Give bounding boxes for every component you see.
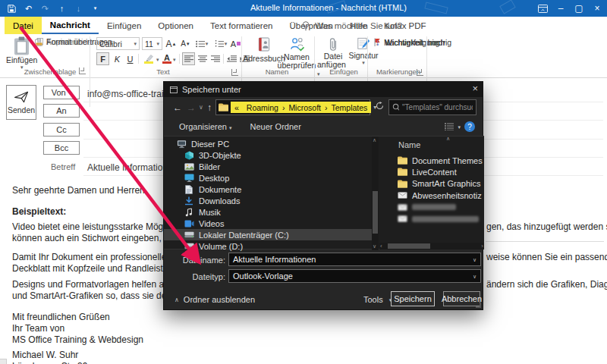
resize-grip[interactable]: [476, 303, 481, 308]
view-options-caret-icon[interactable]: ▾: [458, 124, 461, 130]
file-item-redacted[interactable]: [398, 213, 479, 224]
tab-text-formatieren[interactable]: Text formatieren: [202, 17, 281, 34]
tree-item-lokaler-datentr-ger-c[interactable]: Lokaler Datenträger (C:): [164, 229, 372, 240]
decrease-indent-icon[interactable]: [225, 52, 238, 65]
organize-button[interactable]: Organisieren ▾: [179, 122, 232, 131]
file-type-dropdown-icon[interactable]: ∨: [473, 274, 476, 279]
address-bar[interactable]: «›Roaming›Microsoft›Templates ▾: [215, 99, 370, 115]
tree-item-3d-objekte[interactable]: 3D-Objekte: [164, 149, 372, 161]
recent-locations-icon[interactable]: ∨: [199, 101, 203, 115]
align-left-icon[interactable]: [182, 52, 195, 65]
back-icon[interactable]: ←: [173, 101, 182, 115]
italic-button[interactable]: K: [111, 52, 124, 65]
tools-button[interactable]: Tools▾: [363, 295, 392, 304]
file-name-input[interactable]: Aktuelle Informationen ∨: [228, 253, 481, 266]
bold-button[interactable]: F: [96, 52, 109, 65]
text-dialog-launcher-icon[interactable]: [231, 69, 238, 76]
dialog-titlebar[interactable]: Speichern unter ×: [164, 82, 483, 97]
importance-low-button[interactable]: ↓Wichtigkeit: niedrig: [373, 37, 451, 48]
tree-item-musik[interactable]: Musik: [164, 206, 372, 218]
align-center-icon[interactable]: [196, 52, 209, 65]
file-type-select[interactable]: Outlook-Vorlage ∨: [228, 269, 481, 283]
move-up-icon[interactable]: ↑: [57, 4, 67, 14]
hide-folders-button[interactable]: ∧ Ordner ausblenden: [175, 295, 255, 304]
save-dialog-button[interactable]: Speichern: [391, 291, 435, 306]
scroll-up-icon[interactable]: ∧: [373, 137, 376, 143]
from-button[interactable]: Von▾: [43, 86, 80, 99]
tree-item-videos[interactable]: Videos: [164, 218, 372, 229]
breadcrumb-segment-templates[interactable]: Templates: [331, 103, 367, 112]
send-button[interactable]: Senden: [6, 85, 36, 120]
breadcrumb-segment-microsoft[interactable]: Microsoft: [288, 103, 321, 112]
numbered-list-icon[interactable]: ▾: [212, 37, 229, 50]
tree-item-desktop[interactable]: Desktop: [164, 172, 372, 184]
tags-dialog-launcher-icon[interactable]: [417, 69, 423, 76]
clipboard-dialog-launcher-icon[interactable]: [79, 67, 86, 74]
file-item-smartart-graphics[interactable]: SmartArt Graphics: [398, 178, 480, 190]
up-icon[interactable]: ↑: [207, 101, 212, 115]
undo-icon[interactable]: ↶: [24, 4, 33, 14]
redo-icon[interactable]: ↷: [40, 4, 50, 14]
forward-icon[interactable]: →: [187, 101, 196, 115]
font-color-caret-icon[interactable]: ▾: [173, 57, 176, 62]
file-item-document-themes[interactable]: Document Themes: [398, 155, 483, 166]
move-down-icon[interactable]: ↓: [74, 4, 83, 14]
scrollbar-thumb[interactable]: [373, 191, 378, 234]
scroll-down-icon[interactable]: ∨: [373, 243, 376, 249]
tree-item-downloads[interactable]: Downloads: [164, 195, 372, 206]
text-highlight-icon[interactable]: [141, 52, 156, 65]
tab-optionen[interactable]: Optionen: [149, 17, 202, 34]
ribbon-display-options-icon[interactable]: [533, 0, 552, 17]
file-item-redacted[interactable]: [398, 202, 456, 213]
tab-einf-gen[interactable]: Einfügen: [99, 17, 149, 34]
align-right-icon[interactable]: [209, 52, 222, 65]
file-item-abwesenheitsnotiz[interactable]: Abwesenheitsnotiz: [398, 190, 482, 201]
breadcrumb-segment-roaming[interactable]: Roaming: [247, 103, 278, 112]
scrollbar-thumb[interactable]: [388, 243, 430, 249]
tree-item-volume-d[interactable]: Volume (D:): [164, 240, 372, 252]
close-button[interactable]: ×: [587, 0, 607, 17]
bullet-list-icon[interactable]: ▾: [193, 37, 210, 50]
bcc-button[interactable]: Bcc: [43, 141, 80, 155]
tree-item-dokumente[interactable]: Dokumente: [164, 184, 372, 195]
file-item-livecontent[interactable]: LiveContent: [398, 166, 457, 177]
cc-button[interactable]: Cc: [43, 123, 80, 136]
scroll-right-icon[interactable]: ›: [481, 243, 483, 249]
sort-ascending-icon[interactable]: ∧: [446, 136, 450, 142]
font-color-icon[interactable]: A: [162, 52, 172, 65]
shrink-font-icon[interactable]: A▼: [179, 37, 192, 50]
message-body[interactable]: Sehr geehrte Damen und Herren,Beispielte…: [12, 182, 163, 364]
check-names-button[interactable]: Namen überprüfen: [282, 37, 311, 70]
save-icon[interactable]: [7, 4, 17, 14]
underline-button[interactable]: U: [124, 52, 137, 65]
tab-nachricht[interactable]: Nachricht: [42, 17, 99, 34]
cancel-dialog-button[interactable]: Abbrechen: [443, 291, 480, 306]
paste-button[interactable]: Einfügen ▾: [6, 36, 37, 70]
clear-formatting-icon[interactable]: A: [229, 37, 242, 50]
address-book-button[interactable]: Adressbuch: [244, 37, 284, 63]
tree-item-bilder[interactable]: Bilder: [164, 161, 372, 172]
file-name-dropdown-icon[interactable]: ∨: [473, 257, 476, 262]
titlebar-doodle: [499, 0, 516, 14]
column-header-name[interactable]: Name: [398, 140, 420, 149]
dialog-close-icon[interactable]: ×: [472, 83, 478, 94]
tree-scrollbar[interactable]: ∧ ∨: [372, 136, 379, 250]
new-folder-button[interactable]: Neuer Ordner: [250, 122, 301, 131]
files-horizontal-scrollbar[interactable]: ‹ ›: [379, 243, 484, 249]
customize-quick-access-icon[interactable]: ▾: [90, 4, 100, 14]
scroll-left-icon[interactable]: ‹: [380, 243, 382, 249]
tab-datei[interactable]: Datei: [5, 17, 42, 34]
grow-font-icon[interactable]: A▲: [165, 37, 178, 50]
search-box[interactable]: "Templates" durchsuchen: [388, 99, 476, 115]
maximize-button[interactable]: ▢: [569, 0, 589, 17]
tree-item-dieser-pc[interactable]: Dieser PC: [164, 138, 372, 149]
text-highlight-caret-icon[interactable]: ▾: [156, 57, 159, 62]
font-size-select[interactable]: 11▾: [142, 37, 162, 50]
minimize-button[interactable]: –: [551, 0, 571, 17]
to-button[interactable]: An: [43, 104, 80, 118]
font-family-select[interactable]: Calibri▾: [96, 37, 140, 50]
refresh-icon[interactable]: [376, 102, 384, 110]
help-icon[interactable]: ?: [464, 121, 475, 132]
tell-me-box[interactable]: Was möchten Sie tun?: [302, 17, 402, 34]
view-options-icon[interactable]: [445, 123, 454, 130]
